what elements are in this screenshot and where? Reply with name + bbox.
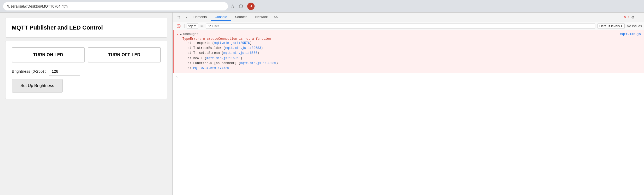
clear-console-icon[interactable]: 🚫 <box>175 24 182 28</box>
brightness-label: Brightness (0-255) : <box>12 69 46 73</box>
error-badge: ✕ 1 <box>624 15 630 19</box>
filter-input-area[interactable]: ⧩ Filter <box>206 24 595 29</box>
error-header: ✕ ▶ Uncaught mqtt.min.js <box>177 32 641 37</box>
main-layout: MQTT Publisher and LED Control TURN ON L… <box>0 13 644 195</box>
title-card: MQTT Publisher and LED Control <box>5 18 167 38</box>
error-message: TypeError: n.createConnection is not a f… <box>182 37 641 41</box>
tab-network[interactable]: Network <box>252 13 272 21</box>
error-circle-icon: ✕ <box>624 15 627 19</box>
error-block: ✕ ▶ Uncaught mqtt.min.js TypeError: n.cr… <box>173 30 644 73</box>
filter-icon: ⧩ <box>208 24 211 28</box>
brightness-row: Brightness (0-255) : <box>12 67 161 76</box>
stack-link-2[interactable]: mqtt.min.js:1:6556 <box>223 51 257 55</box>
led-button-row: TURN ON LED TURN OFF LED <box>12 47 161 62</box>
setup-brightness-button[interactable]: Set Up Brightness <box>12 79 63 93</box>
default-levels-selector[interactable]: Default levels ▼ <box>597 23 625 29</box>
device-icon[interactable]: ▭ <box>182 14 188 20</box>
turn-on-led-button[interactable]: TURN ON LED <box>12 47 85 62</box>
more-options-icon[interactable]: ⋮ <box>636 14 642 20</box>
no-issues-label: No Issues <box>627 24 642 28</box>
stack-link-1[interactable]: mqtt.min.js:1:39683 <box>225 46 261 50</box>
chevron-down-levels-icon: ▼ <box>620 25 623 27</box>
stack-link-5[interactable]: MQTT0704.html:74:25 <box>193 66 229 70</box>
context-selector[interactable]: top ▼ <box>187 23 198 29</box>
stack-trace: at t.exports (mqtt.min.js:1:29576) at T.… <box>188 41 641 71</box>
stack-link-4[interactable]: mqtt.min.js:1:39286 <box>240 61 276 65</box>
top-label: top <box>188 24 193 28</box>
error-source-link[interactable]: mqtt.min.js <box>620 32 641 36</box>
stack-line-0: at t.exports (mqtt.min.js:1:29576) <box>188 41 641 46</box>
stack-link-0[interactable]: mqtt.min.js:1:29576 <box>214 41 250 45</box>
expand-icon[interactable]: ▶ <box>180 33 182 36</box>
devtools-panel: ⬚ ▭ Elements Console Sources Network >> … <box>172 13 644 195</box>
tab-console[interactable]: Console <box>211 13 231 21</box>
settings-icon[interactable]: ⚙ <box>630 14 636 20</box>
stack-line-2: at T._setupStream (mqtt.min.js:1:6556) <box>188 51 641 56</box>
toolbar-divider <box>184 24 185 28</box>
console-toolbar: 🚫 top ▼ 👁 ⧩ Filter Default levels ▼ No I… <box>173 22 644 30</box>
avatar[interactable]: J <box>247 3 255 10</box>
stack-link-3[interactable]: mqtt.min.js:1:5968 <box>206 56 240 60</box>
page-title: MQTT Publisher and LED Control <box>12 24 161 31</box>
turn-off-led-button[interactable]: TURN OFF LED <box>88 47 161 62</box>
brightness-input[interactable] <box>49 67 80 76</box>
filter-label: Filter <box>212 24 219 28</box>
devtools-tabs: ⬚ ▭ Elements Console Sources Network >> … <box>173 13 644 22</box>
browser-chrome: ☆ ⬡ J <box>0 0 644 13</box>
error-count: 1 <box>628 15 630 19</box>
uncaught-label: Uncaught <box>183 32 198 36</box>
stack-line-4: at Function.u [as connect] (mqtt.min.js:… <box>188 61 641 66</box>
stack-line-1: at T.streamBuilder (mqtt.min.js:1:39683) <box>188 46 641 51</box>
page-content: MQTT Publisher and LED Control TURN ON L… <box>0 13 172 195</box>
address-bar[interactable] <box>3 2 228 10</box>
stack-line-5: at MQTT0704.html:74:25 <box>188 66 641 71</box>
error-icon[interactable]: ✕ <box>177 33 179 37</box>
default-levels-label: Default levels <box>599 24 620 28</box>
eye-icon[interactable]: 👁 <box>200 24 204 28</box>
inspect-icon[interactable]: ⬚ <box>175 14 181 20</box>
chevron-down-icon: ▼ <box>194 25 196 27</box>
devtools-more-tabs[interactable]: >> <box>272 14 280 20</box>
browser-icons: ☆ ⬡ J <box>231 3 255 10</box>
tab-elements[interactable]: Elements <box>189 13 210 21</box>
stack-line-3: at new T (mqtt.min.js:1:5968) <box>188 56 641 61</box>
tab-sources[interactable]: Sources <box>231 13 251 21</box>
led-controls-card: TURN ON LED TURN OFF LED Brightness (0-2… <box>5 41 167 99</box>
console-input-caret[interactable]: › <box>173 73 644 81</box>
console-output: ✕ ▶ Uncaught mqtt.min.js TypeError: n.cr… <box>173 30 644 195</box>
star-icon[interactable]: ☆ <box>231 3 235 9</box>
extensions-icon[interactable]: ⬡ <box>239 3 243 9</box>
